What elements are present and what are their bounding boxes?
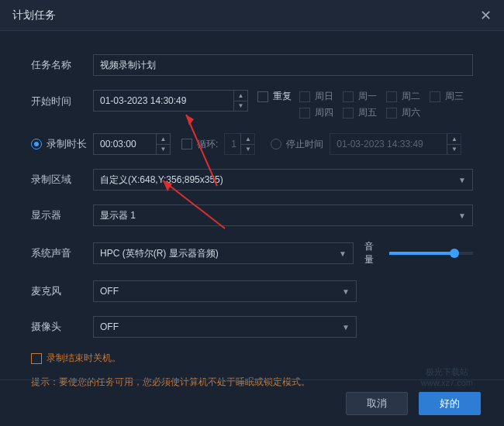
loop-spinner[interactable]: ▲ ▼ [240,134,254,154]
weekday-checkbox[interactable] [343,108,354,119]
weekday-checkbox[interactable] [299,108,310,119]
slider-thumb[interactable] [450,249,459,258]
spinner-up-icon[interactable]: ▲ [447,134,461,145]
titlebar: 计划任务 ✕ [0,0,504,31]
spinner-up-icon[interactable]: ▲ [157,134,170,145]
monitor-row: 显示器 显示器 1 ▼ [31,204,473,226]
shutdown-row: 录制结束时关机。 [31,352,473,365]
repeat-label: 重复 [273,90,292,103]
stop-time-radio[interactable] [271,139,281,149]
spinner-down-icon[interactable]: ▼ [241,145,254,155]
weekday-checkbox[interactable] [386,108,397,119]
duration-stop-row: 录制时长 00:03:00 ▲ ▼ 循环: 1 ▲ ▼ 停止时间 [31,133,473,155]
duration-radio-group[interactable]: 录制时长 [31,137,87,151]
task-name-row: 任务名称 视频录制计划 [31,54,473,76]
system-audio-value: HPC (英特尔(R) 显示器音频) [100,247,219,260]
shutdown-label: 录制结束时关机。 [47,352,121,365]
start-time-row: 开始时间 01-03-2023 14:30:49 ▲ ▼ 重复 周日 周一 周二… [31,90,473,119]
mic-value: OFF [100,286,119,297]
weekday-sat[interactable]: 周六 [386,106,420,119]
volume-label: 音量 [364,240,383,266]
task-name-input[interactable]: 视频录制计划 [93,54,473,76]
spinner-down-icon[interactable]: ▼ [234,101,247,112]
slider-fill [389,252,455,255]
monitor-label: 显示器 [31,208,93,222]
region-value: 自定义(X:648,Y:356;895x355) [100,173,223,187]
task-name-label: 任务名称 [31,58,93,72]
stop-time-group: 停止时间 01-03-2023 14:33:49 ▲ ▼ [271,133,461,155]
loop-value: 1 [231,139,236,149]
stop-time-value: 01-03-2023 14:33:49 [337,139,423,149]
duration-label: 录制时长 [47,137,87,151]
system-audio-label: 系统声音 [31,246,93,260]
loop-checkbox[interactable] [181,139,192,149]
shutdown-checkbox[interactable] [31,353,42,364]
spinner-down-icon[interactable]: ▼ [447,145,461,155]
duration-spinner[interactable]: ▲ ▼ [156,134,170,154]
chevron-down-icon: ▼ [458,176,466,184]
loop-group: 循环: 1 ▲ ▼ [181,133,255,155]
weekday-wed[interactable]: 周三 [430,90,464,103]
stop-time-spinner[interactable]: ▲ ▼ [447,134,461,154]
ok-button[interactable]: 好的 [419,392,481,415]
start-time-spinner[interactable]: ▲ ▼ [233,91,247,111]
repeat-group: 重复 [257,90,292,103]
duration-radio[interactable] [31,139,42,149]
camera-label: 摄像头 [31,320,93,334]
dialog-footer: 取消 好的 [0,380,504,426]
cancel-button[interactable]: 取消 [346,392,408,415]
system-audio-select[interactable]: HPC (英特尔(R) 显示器音频) ▼ [93,242,354,264]
region-label: 录制区域 [31,173,93,187]
volume-group: 音量 [364,240,473,266]
region-select[interactable]: 自定义(X:648,Y:356;895x355) ▼ [93,169,473,191]
mic-select[interactable]: OFF ▼ [93,280,357,302]
weekday-fri[interactable]: 周五 [343,106,377,119]
duration-value: 00:03:00 [100,139,136,149]
mic-label: 麦克风 [31,284,93,298]
loop-label: 循环: [197,138,218,151]
chevron-down-icon: ▼ [342,323,350,332]
monitor-select[interactable]: 显示器 1 ▼ [93,204,473,226]
duration-input[interactable]: 00:03:00 ▲ ▼ [93,133,171,155]
weekday-checkbox[interactable] [430,91,440,102]
repeat-checkbox[interactable] [257,91,268,102]
start-time-label: 开始时间 [31,90,93,108]
dialog-content: 任务名称 视频录制计划 开始时间 01-03-2023 14:30:49 ▲ ▼… [0,31,504,397]
mic-row: 麦克风 OFF ▼ [31,280,473,302]
chevron-down-icon: ▼ [339,249,347,258]
task-name-value: 视频录制计划 [100,59,156,72]
weekday-sun[interactable]: 周日 [299,90,333,103]
camera-select[interactable]: OFF ▼ [93,316,357,338]
stop-time-input[interactable]: 01-03-2023 14:33:49 ▲ ▼ [330,133,461,155]
spinner-up-icon[interactable]: ▲ [234,91,247,101]
chevron-down-icon: ▼ [458,211,466,220]
camera-value: OFF [100,321,119,332]
volume-slider[interactable] [389,252,473,255]
start-time-input[interactable]: 01-03-2023 14:30:49 ▲ ▼ [93,90,248,112]
chevron-down-icon: ▼ [342,287,350,296]
dialog-title: 计划任务 [12,9,56,22]
weekday-checkbox[interactable] [299,91,310,102]
region-row: 录制区域 自定义(X:648,Y:356;895x355) ▼ [31,169,473,191]
system-audio-row: 系统声音 HPC (英特尔(R) 显示器音频) ▼ 音量 [31,240,473,266]
weekday-mon[interactable]: 周一 [343,90,377,103]
monitor-value: 显示器 1 [100,209,136,222]
weekday-tue[interactable]: 周二 [386,90,420,103]
weekday-checkbox[interactable] [343,91,354,102]
weekday-thu[interactable]: 周四 [299,106,333,119]
close-icon[interactable]: ✕ [480,7,492,24]
loop-input[interactable]: 1 ▲ ▼ [224,133,255,155]
spinner-down-icon[interactable]: ▼ [157,145,170,155]
stop-time-label: 停止时间 [286,138,323,151]
start-time-value: 01-03-2023 14:30:49 [100,95,186,106]
weekday-checkbox[interactable] [386,91,397,102]
spinner-up-icon[interactable]: ▲ [241,134,254,145]
camera-row: 摄像头 OFF ▼ [31,316,473,338]
weekday-grid: 周日 周一 周二 周三 周四 周五 周六 [299,90,464,119]
